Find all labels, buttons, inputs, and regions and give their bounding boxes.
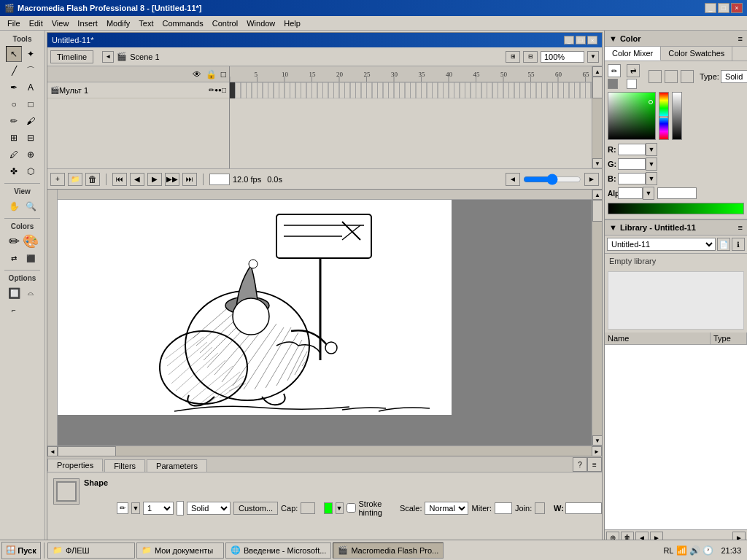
hex-input[interactable]: #00FF00 — [657, 187, 697, 199]
canvas-scroll-thumb-v[interactable] — [592, 200, 602, 222]
menu-window[interactable]: Window — [242, 18, 279, 29]
tool-lasso[interactable]: ⌒ — [23, 63, 39, 79]
menu-insert[interactable]: Insert — [73, 18, 102, 29]
tool-zoom[interactable]: 🔍 — [23, 198, 39, 214]
doc-minimize[interactable]: _ — [564, 36, 574, 44]
tool-smooth[interactable]: ⌓ — [23, 285, 39, 301]
tab-color-mixer[interactable]: Color Mixer — [605, 47, 661, 61]
alpha-arrow[interactable]: ▼ — [643, 187, 654, 200]
menu-file[interactable]: File — [3, 18, 25, 29]
close-button[interactable]: × — [731, 3, 743, 13]
maximize-button[interactable]: □ — [718, 3, 729, 13]
canvas-scroll-down-btn[interactable]: ▼ — [592, 435, 602, 446]
tool-stroke-color[interactable]: ✏ — [6, 233, 22, 249]
canvas-scrollbar-h[interactable]: ◄ ► — [47, 446, 602, 456]
tool-fill-transform[interactable]: ⊟ — [23, 130, 39, 146]
color-default-swatch[interactable] — [627, 79, 637, 89]
tool-text[interactable]: A — [23, 79, 39, 96]
frame-end-btn[interactable]: ⏭ — [182, 173, 197, 186]
tool-eyedropper[interactable]: ✤ — [6, 163, 22, 179]
scene-back-btn[interactable]: ◄ — [102, 51, 114, 63]
timeline-scrollbar-v[interactable]: ▲ ▼ — [592, 66, 602, 168]
miter-input[interactable]: 3 — [495, 502, 512, 514]
canvas-scrollbar-v[interactable]: ▲ ▼ — [592, 190, 602, 446]
tool-rect[interactable]: □ — [23, 96, 39, 112]
menu-control[interactable]: Control — [208, 18, 242, 29]
stroke-width-select[interactable]: 123 — [143, 502, 174, 515]
taskbar-item-documents[interactable]: 📁 Мои документы — [136, 542, 224, 559]
library-doc-select[interactable]: Untitled-11 — [607, 238, 716, 251]
alpha-input[interactable]: 100% — [618, 187, 643, 199]
title-bar-controls[interactable]: _ □ × — [705, 3, 743, 13]
tool-straighten[interactable]: ⌐ — [6, 302, 22, 318]
props-menu-btn[interactable]: ≡ — [587, 457, 602, 472]
g-input[interactable]: 255 — [618, 158, 646, 170]
tool-arrow[interactable]: ↖ — [6, 46, 22, 62]
stroke-arrow[interactable]: ▼ — [131, 502, 140, 514]
tool-default-colors[interactable]: ⬛ — [23, 250, 39, 266]
delete-layer-btn[interactable]: 🗑 — [85, 173, 100, 186]
tab-color-swatches[interactable]: Color Swatches — [661, 47, 732, 61]
doc-close[interactable]: × — [587, 36, 597, 44]
tool-hand[interactable]: ✋ — [6, 198, 22, 214]
frame-start-btn[interactable]: ⏮ — [112, 173, 127, 186]
canvas-scroll-thumb-h[interactable] — [58, 446, 116, 456]
fill-arrow[interactable]: ▼ — [336, 502, 344, 514]
scroll-down-btn[interactable]: ▼ — [592, 158, 603, 168]
scroll-up-btn[interactable]: ▲ — [592, 66, 603, 77]
canvas-scroll-up-btn[interactable]: ▲ — [592, 190, 602, 200]
tool-ink-bottle[interactable]: 🖊 — [6, 147, 22, 163]
tool-subselect[interactable]: ✦ — [23, 46, 39, 62]
tool-brush[interactable]: 🖌 — [23, 113, 39, 129]
frame-scroll-left[interactable]: ◄ — [506, 173, 520, 186]
stroke-type-select[interactable]: Solid — [187, 502, 231, 515]
g-arrow[interactable]: ▼ — [646, 158, 657, 171]
add-layer-btn[interactable]: + — [50, 173, 65, 186]
frame-play-btn[interactable]: ▶ — [147, 173, 162, 186]
view-arrow-btn[interactable]: ▼ — [587, 51, 599, 63]
tool-paint-bucket[interactable]: ⊕ — [23, 147, 39, 163]
color-tool1[interactable] — [649, 70, 662, 83]
cap-icon[interactable] — [301, 502, 315, 514]
timeline-tab[interactable]: Timeline — [50, 50, 93, 63]
frame-back-btn[interactable]: ◀ — [130, 173, 144, 186]
b-input[interactable]: 0 — [618, 173, 646, 184]
tool-oval[interactable]: ○ — [6, 96, 22, 112]
join-icon[interactable] — [535, 502, 545, 514]
scroll-thumb[interactable] — [592, 77, 603, 98]
tool-line[interactable]: ╱ — [6, 63, 22, 79]
tab-parameters[interactable]: Parameters — [147, 459, 207, 472]
frame-fwd-btn[interactable]: ▶▶ — [165, 173, 179, 186]
menu-text[interactable]: Text — [134, 18, 158, 29]
menu-commands[interactable]: Commands — [158, 18, 207, 29]
canvas-scroll-right-btn[interactable]: ► — [592, 446, 602, 456]
fill-color-swatch[interactable] — [324, 502, 332, 514]
menu-modify[interactable]: Modify — [102, 18, 134, 29]
stroke-color-swatch[interactable]: ✏ — [117, 502, 128, 514]
r-input[interactable]: 0 — [618, 144, 646, 155]
stroke-hinting-checkbox[interactable] — [347, 503, 356, 513]
scale-select[interactable]: Normal — [425, 502, 468, 515]
frame-number-input[interactable]: 1 — [209, 174, 230, 185]
add-folder-btn[interactable]: 📁 — [68, 173, 82, 186]
lib-col-type[interactable]: Type — [711, 332, 747, 344]
tool-pencil[interactable]: ✏ — [6, 113, 22, 129]
tool-swap-colors[interactable]: ⇄ — [6, 250, 22, 266]
tool-pen[interactable]: ✒ — [6, 79, 22, 96]
color-swap-btn[interactable]: ⇄ — [627, 64, 640, 77]
color-pen-icon[interactable]: ✏ — [608, 64, 621, 77]
taskbar-item-flash[interactable]: 🎬 Macromedia Flash Pro... — [333, 542, 444, 559]
tab-filters[interactable]: Filters — [104, 459, 145, 472]
color-fill-swatch[interactable] — [608, 79, 618, 89]
color-tool2[interactable] — [665, 70, 678, 83]
tool-free-transform[interactable]: ⊞ — [6, 130, 22, 146]
tool-fill-color[interactable]: 🎨 — [23, 233, 39, 249]
library-menu[interactable]: ≡ — [738, 223, 743, 232]
menu-edit[interactable]: Edit — [25, 18, 47, 29]
color-panel-menu[interactable]: ≡ — [738, 34, 743, 43]
color-gradient-box[interactable] — [608, 92, 656, 140]
zoom-input[interactable] — [541, 51, 584, 63]
color-hue-slider[interactable] — [659, 92, 669, 140]
doc-controls[interactable]: _ □ × — [564, 36, 597, 44]
tool-snap[interactable]: 🔲 — [6, 285, 22, 301]
